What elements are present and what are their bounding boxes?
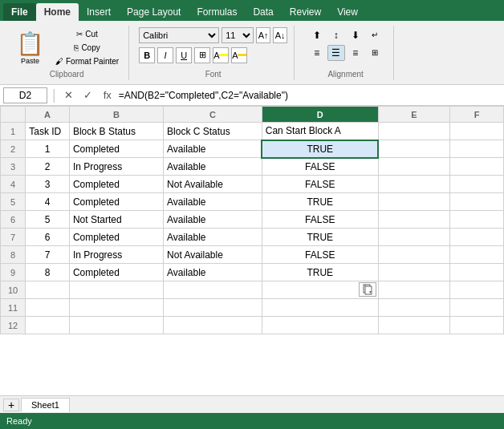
row-header-9[interactable]: 9 bbox=[1, 264, 26, 281]
merge-center-button[interactable]: ⊞ bbox=[366, 45, 384, 61]
cell-e12[interactable] bbox=[378, 317, 449, 334]
cell-b11[interactable] bbox=[69, 299, 163, 317]
cell-d5[interactable]: TRUE bbox=[262, 193, 378, 211]
tab-page-layout[interactable]: Page Layout bbox=[119, 3, 189, 21]
cell-c11[interactable] bbox=[164, 299, 262, 317]
tab-data[interactable]: Data bbox=[245, 3, 281, 21]
tab-home[interactable]: Home bbox=[36, 3, 79, 21]
cell-f3[interactable] bbox=[450, 158, 504, 176]
cell-b8[interactable]: In Progress bbox=[69, 246, 163, 264]
row-header-11[interactable]: 11 bbox=[1, 299, 26, 317]
tab-view[interactable]: View bbox=[329, 3, 366, 21]
font-name-select[interactable]: Calibri bbox=[139, 27, 219, 43]
align-left-button[interactable]: ≡ bbox=[308, 45, 326, 61]
paste-options-icon[interactable]: ▼ bbox=[359, 282, 376, 297]
tab-insert[interactable]: Insert bbox=[79, 3, 119, 21]
align-right-button[interactable]: ≡ bbox=[347, 45, 364, 61]
sheet-tab-sheet1[interactable]: Sheet1 bbox=[21, 398, 70, 412]
row-header-7[interactable]: 7 bbox=[1, 229, 26, 246]
align-middle-button[interactable]: ↕ bbox=[327, 27, 345, 43]
col-header-e[interactable]: E bbox=[378, 107, 449, 123]
col-header-a[interactable]: A bbox=[26, 107, 70, 123]
add-sheet-button[interactable]: + bbox=[3, 399, 19, 411]
font-size-select[interactable]: 11 bbox=[222, 27, 254, 43]
cell-a4[interactable]: 3 bbox=[26, 176, 70, 193]
row-header-12[interactable]: 12 bbox=[1, 317, 26, 334]
col-header-b[interactable]: B bbox=[69, 107, 163, 123]
formula-input[interactable] bbox=[119, 87, 501, 103]
col-header-d[interactable]: D bbox=[262, 107, 378, 123]
cell-d9[interactable]: TRUE bbox=[262, 264, 378, 281]
format-painter-button[interactable]: 🖌 Format Painter bbox=[52, 55, 122, 67]
row-header-6[interactable]: 6 bbox=[1, 211, 26, 229]
cell-e9[interactable] bbox=[378, 264, 449, 281]
align-center-button[interactable]: ☰ bbox=[327, 45, 345, 61]
cell-b3[interactable]: In Progress bbox=[69, 158, 163, 176]
copy-button[interactable]: ⎘ Copy bbox=[52, 42, 122, 54]
cell-c3[interactable]: Available bbox=[164, 158, 262, 176]
row-header-1[interactable]: 1 bbox=[1, 123, 26, 140]
align-bottom-button[interactable]: ⬇ bbox=[347, 27, 364, 43]
cell-b10[interactable] bbox=[69, 281, 163, 299]
font-color-button[interactable]: A bbox=[231, 47, 247, 63]
cell-e2[interactable] bbox=[378, 140, 449, 158]
row-header-10[interactable]: 10 bbox=[1, 281, 26, 299]
cell-a1[interactable]: Task ID bbox=[26, 123, 70, 140]
cell-b9[interactable]: Completed bbox=[69, 264, 163, 281]
cell-e6[interactable] bbox=[378, 211, 449, 229]
cell-d2[interactable]: TRUE bbox=[262, 140, 378, 158]
cell-b6[interactable]: Not Started bbox=[69, 211, 163, 229]
cell-a10[interactable] bbox=[26, 281, 70, 299]
cell-c1[interactable]: Block C Status bbox=[164, 123, 262, 140]
cell-e3[interactable] bbox=[378, 158, 449, 176]
underline-button[interactable]: U bbox=[176, 47, 192, 63]
cell-b1[interactable]: Block B Status bbox=[69, 123, 163, 140]
cell-reference-input[interactable] bbox=[3, 87, 47, 103]
cancel-button[interactable]: ✕ bbox=[61, 87, 77, 103]
cell-f4[interactable] bbox=[450, 176, 504, 193]
tab-formulas[interactable]: Formulas bbox=[189, 3, 245, 21]
col-header-c[interactable]: C bbox=[164, 107, 262, 123]
italic-button[interactable]: I bbox=[157, 47, 173, 63]
cell-a6[interactable]: 5 bbox=[26, 211, 70, 229]
cell-a3[interactable]: 2 bbox=[26, 158, 70, 176]
cell-c12[interactable] bbox=[164, 317, 262, 334]
spreadsheet-scroll[interactable]: A B C D E F 1 Task ID Block B Status Blo… bbox=[0, 106, 504, 395]
cell-a5[interactable]: 4 bbox=[26, 193, 70, 211]
cell-e1[interactable] bbox=[378, 123, 449, 140]
confirm-button[interactable]: ✓ bbox=[80, 87, 96, 103]
bold-button[interactable]: B bbox=[139, 47, 155, 63]
cell-f9[interactable] bbox=[450, 264, 504, 281]
cell-a9[interactable]: 8 bbox=[26, 264, 70, 281]
tab-file[interactable]: File bbox=[3, 3, 36, 21]
cell-a7[interactable]: 6 bbox=[26, 229, 70, 246]
cell-d3[interactable]: FALSE bbox=[262, 158, 378, 176]
cell-f8[interactable] bbox=[450, 246, 504, 264]
cell-e11[interactable] bbox=[378, 299, 449, 317]
cell-c10[interactable] bbox=[164, 281, 262, 299]
cell-d1[interactable]: Can Start Block A bbox=[262, 123, 378, 140]
cell-d11[interactable] bbox=[262, 299, 378, 317]
cell-f10[interactable] bbox=[450, 281, 504, 299]
row-header-3[interactable]: 3 bbox=[1, 158, 26, 176]
cell-c9[interactable]: Available bbox=[164, 264, 262, 281]
font-increase-button[interactable]: A↑ bbox=[256, 27, 270, 43]
paste-button[interactable]: 📋 Paste bbox=[11, 29, 49, 67]
cell-a2[interactable]: 1 bbox=[26, 140, 70, 158]
cell-d12[interactable] bbox=[262, 317, 378, 334]
cell-d4[interactable]: FALSE bbox=[262, 176, 378, 193]
wrap-text-button[interactable]: ↵ bbox=[366, 27, 384, 43]
cell-b4[interactable]: Completed bbox=[69, 176, 163, 193]
cell-e4[interactable] bbox=[378, 176, 449, 193]
cell-f5[interactable] bbox=[450, 193, 504, 211]
cell-f11[interactable] bbox=[450, 299, 504, 317]
align-top-button[interactable]: ⬆ bbox=[308, 27, 326, 43]
cell-c2[interactable]: Available bbox=[164, 140, 262, 158]
border-button[interactable]: ⊞ bbox=[194, 47, 210, 63]
cell-a8[interactable]: 7 bbox=[26, 246, 70, 264]
cell-b5[interactable]: Completed bbox=[69, 193, 163, 211]
cell-a11[interactable] bbox=[26, 299, 70, 317]
cell-f6[interactable] bbox=[450, 211, 504, 229]
col-header-f[interactable]: F bbox=[450, 107, 504, 123]
cell-d10[interactable]: ▼ bbox=[262, 281, 378, 299]
